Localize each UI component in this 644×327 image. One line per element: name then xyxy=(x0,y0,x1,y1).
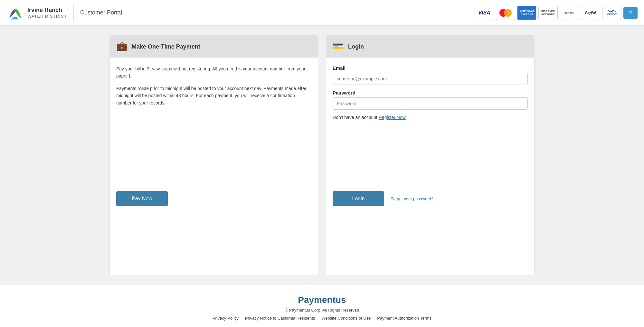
visa-icon: VISA xyxy=(475,6,494,20)
paypal-icon: PayPal xyxy=(581,6,600,20)
login-title: Login xyxy=(348,43,364,50)
login-card-icon: 💳 xyxy=(333,41,344,52)
register-text: Don't have an account Register Now xyxy=(333,115,528,120)
forgot-password-link[interactable]: Forgot your password? xyxy=(391,196,433,201)
pay-now-button[interactable]: Pay Now xyxy=(116,191,168,206)
paypal-credit-icon: PayPalCREDIT xyxy=(602,6,621,20)
wallet-icon: 💼 xyxy=(116,41,128,52)
privacy-policy-link[interactable]: Privacy Policy xyxy=(213,316,239,321)
password-group: Password xyxy=(333,90,528,110)
website-conditions-link[interactable]: Website Conditions of Use xyxy=(321,316,371,321)
portal-title: Customer Portal xyxy=(80,9,122,16)
login-body: Email Password Don't have an account Reg… xyxy=(326,58,534,186)
footer-brand: Paymentus xyxy=(6,295,638,305)
mastercard-icon xyxy=(496,6,515,20)
header: Irvine Ranch WATER DISTRICT Customer Por… xyxy=(0,0,644,26)
password-label: Password xyxy=(333,90,528,95)
logo-text: Irvine Ranch WATER DISTRICT xyxy=(27,7,67,19)
one-time-payment-footer: Pay Now xyxy=(110,186,318,213)
login-header: 💳 Login xyxy=(326,36,534,58)
login-footer: Login Forgot your password? xyxy=(326,186,534,213)
password-input[interactable] xyxy=(333,97,528,110)
one-time-payment-header: 💼 Make One-Time Payment xyxy=(110,36,318,58)
logo-area: Irvine Ranch WATER DISTRICT xyxy=(6,4,74,22)
one-time-payment-title: Make One-Time Payment xyxy=(132,43,200,50)
footer: Paymentus © Paymentus Corp, All Rights R… xyxy=(0,285,644,327)
main-content: 💼 Make One-Time Payment Pay your bill in… xyxy=(97,26,547,285)
footer-links: Privacy Policy Privacy Notice to Califor… xyxy=(6,316,638,321)
echeck-icon: echeck xyxy=(560,6,579,20)
payment-icons: VISA AMERICANEXPRESS DISCOVERNETWORK ech… xyxy=(475,6,638,20)
discover-icon: DISCOVERNETWORK xyxy=(538,6,558,20)
logo-line2: WATER DISTRICT xyxy=(27,14,67,19)
privacy-notice-ca-link[interactable]: Privacy Notice to California Residents xyxy=(245,316,315,321)
venmo-icon: V xyxy=(623,7,638,19)
one-time-payment-body: Pay your bill in 3 easy steps without re… xyxy=(110,58,318,186)
email-label: Email xyxy=(333,65,528,71)
amex-icon: AMERICANEXPRESS xyxy=(517,6,536,20)
logo-icon xyxy=(6,4,24,22)
login-footer-row: Login Forgot your password? xyxy=(333,191,528,206)
login-card: 💳 Login Email Password Don't have an acc… xyxy=(326,35,535,275)
email-group: Email xyxy=(333,65,528,85)
email-input[interactable] xyxy=(333,73,528,85)
no-account-text: Don't have an account xyxy=(333,115,377,120)
payment-description-1: Pay your bill in 3 easy steps without re… xyxy=(116,65,311,80)
footer-copyright: © Paymentus Corp, All Rights Reserved xyxy=(6,308,638,313)
header-left: Irvine Ranch WATER DISTRICT Customer Por… xyxy=(6,4,122,22)
login-button[interactable]: Login xyxy=(333,191,384,206)
payment-description-2: Payments made prior to midnight will be … xyxy=(116,85,311,106)
payment-authorization-link[interactable]: Payment Authorization Terms xyxy=(377,316,431,321)
one-time-payment-card: 💼 Make One-Time Payment Pay your bill in… xyxy=(109,35,318,275)
logo-line1: Irvine Ranch xyxy=(27,7,67,14)
register-now-link[interactable]: Register Now xyxy=(379,115,406,120)
